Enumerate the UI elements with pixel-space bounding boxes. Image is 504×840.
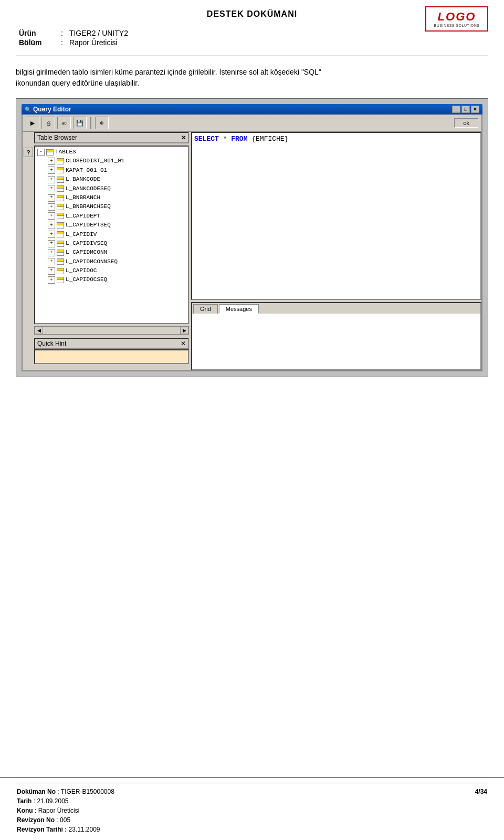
tab-messages[interactable]: Messages [219,304,259,314]
tree-expand-item[interactable]: + [48,212,55,220]
table-icon [56,276,65,284]
table-icon [56,249,65,256]
list-item: + L_CAPIDMCONN [48,248,187,257]
body-text-line1: bilgisi girilmeden tablo isimleri küme p… [16,68,321,76]
tree-item-label: L_CAPIDOC [66,267,97,275]
table-browser-label: Table Browser [37,134,77,141]
urun-value: TIGER2 / UNITY2 [66,28,131,38]
tree-expand-item[interactable]: + [48,158,55,165]
quick-hint-panel: Quick Hint ✕ [34,338,189,364]
tree-item-label: L_CAPIDMCONN [66,248,107,256]
list-item: + L_BNBRANCHSEQ [48,202,187,211]
scroll-left-btn[interactable]: ◀ [35,327,43,334]
logo-sub-text: BUSINESS SOLUTIONS [434,24,480,27]
list-item: + L_CAPIDMCONNSEQ [48,257,187,266]
quick-hint-title-bar: Quick Hint ✕ [34,338,189,349]
quick-hint-input[interactable] [34,349,189,364]
table-tree[interactable]: - TABLES + CLOSEDDIST_001_01 + [34,146,189,324]
result-tabs: Grid Messages [192,303,480,314]
dokuman-no-sep: : [57,788,59,795]
table-icon [56,203,65,211]
tab-grid[interactable]: Grid [193,304,218,314]
bolum-value: Rapor Üreticisi [66,38,131,47]
list-item: + L_CAPIDEPTSEQ [48,221,187,230]
tarih-label: Tarih [17,797,32,805]
table-icon [56,185,65,192]
table-icon [56,267,65,275]
table-icon [56,222,65,229]
table-icon [56,176,65,183]
list-item: + L_BANKCODESEQ [48,184,187,193]
window-title-label: Query Editor [33,106,452,113]
logo-main-text: LOGO [438,11,476,23]
tree-item-label: L_CAPIDIVSEQ [66,240,107,247]
urun-label: Ürün [16,28,58,38]
sql-editor[interactable]: SELECT * FROM {EMFICHE} [191,132,481,300]
tree-expand-item[interactable]: + [48,240,55,247]
window-title-bar: 🔍 Query Editor _ □ ✕ [22,104,482,115]
tree-expand-item[interactable]: + [48,231,55,238]
tree-expand-item[interactable]: + [48,194,55,202]
tree-item-label: L_BNBRANCH [66,194,100,202]
close-window-button[interactable]: ✕ [471,106,479,113]
tree-expand-item[interactable]: + [48,258,55,265]
screenshot-area: 🔍 Query Editor _ □ ✕ ▶ 🖨 ac 💾 ⊕ ok ? [16,98,488,377]
tree-item-label: L_CAPIDEPTSEQ [66,221,111,229]
list-item: + L_CAPIDEPT [48,212,187,221]
revizyon-tarih-value: 23.11.2009 [68,826,100,833]
scroll-right-btn[interactable]: ▶ [180,327,188,334]
tree-expand-item[interactable]: + [48,267,55,275]
maximize-button[interactable]: □ [461,106,470,113]
qe-side: ? [23,132,34,370]
footer-divider [16,783,488,783]
toolbar-extra-button[interactable]: ⊕ [95,117,109,129]
result-content [192,314,480,365]
tree-item-label: L_BANKCODESEQ [66,185,111,193]
dokuman-no-label: Doküman No [17,788,56,795]
toolbar-separator [90,117,91,129]
table-icon [56,194,65,202]
toolbar: ▶ 🖨 ac 💾 ⊕ ok [23,115,481,132]
list-item: + CLOSEDDIST_001_01 [48,157,187,165]
sql-select-keyword: SELECT [194,135,219,143]
list-item: + L_CAPIDIVSEQ [48,239,187,248]
sql-star: * [223,135,232,143]
tree-root-icon [46,149,54,156]
tree-expand-item[interactable]: + [48,203,55,211]
tree-horizontal-scrollbar[interactable]: ◀ ▶ [34,326,189,335]
toolbar-run-button[interactable]: ▶ [26,117,39,129]
urun-sep: : [58,28,66,38]
minimize-button[interactable]: _ [452,106,460,113]
table-icon [56,167,65,174]
tree-root-label: TABLES [55,148,76,156]
dokuman-no-value: TIGER-B15000008 [61,788,114,795]
toolbar-save-button[interactable]: 💾 [73,117,87,129]
tree-expand-item[interactable]: + [48,167,55,174]
bolum-sep: : [58,38,66,47]
tree-root: - TABLES [37,148,187,157]
quick-hint-close[interactable]: ✕ [181,340,186,347]
tree-expand-root[interactable]: - [37,149,45,156]
table-browser-close[interactable]: ✕ [181,134,186,141]
table-icon [56,240,65,247]
body-text: bilgisi girilmeden tablo isimleri küme p… [0,59,504,91]
list-item: + L_CAPIDOCSEQ [48,275,187,284]
tree-expand-item[interactable]: + [48,185,55,192]
list-item: + L_BNBRANCH [48,193,187,202]
konu-sep: : [35,807,36,814]
footer-table: Doküman No : TIGER-B15000008 4/34 Tarih … [16,786,488,835]
list-item: + L_CAPIDIV [48,230,187,239]
toolbar-copy-button[interactable]: ac [57,117,71,129]
revizyon-tarih-label: Revizyon Tarihi : [17,826,67,833]
qe-body: ? Table Browser ✕ - TABLE [23,132,481,370]
toolbar-print-button[interactable]: 🖨 [41,117,55,129]
tree-expand-item[interactable]: + [48,176,55,183]
tarih-value: 21.09.2005 [37,797,68,805]
logo-area: LOGO BUSINESS SOLUTIONS [425,6,488,33]
tree-expand-item[interactable]: + [48,222,55,229]
side-question-icon[interactable]: ? [24,148,33,157]
toolbar-ok-button[interactable]: ok [454,118,478,128]
tree-expand-item[interactable]: + [48,249,55,256]
window-title-icon: 🔍 [25,107,31,112]
tree-expand-item[interactable]: + [48,276,55,284]
